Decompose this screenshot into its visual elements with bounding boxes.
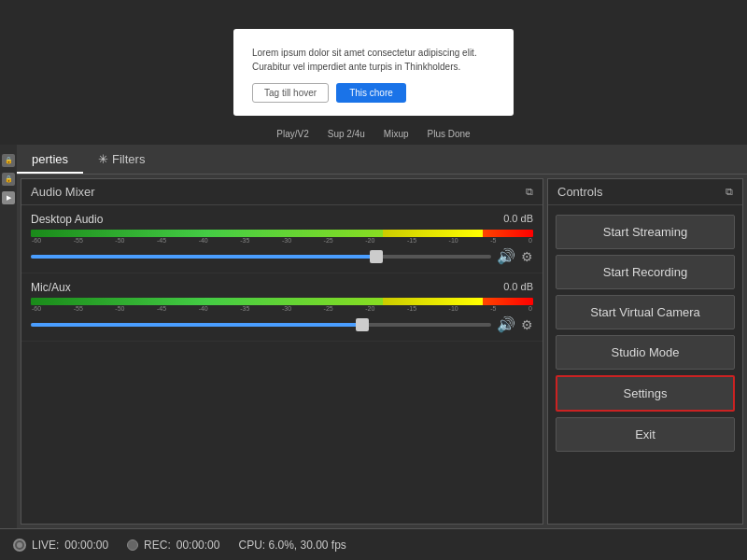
sidebar-icon-3: ▶ [2,191,15,204]
mic-aux-controls: 🔊 ⚙ [31,315,533,337]
filters-icon: ✳ [98,152,108,166]
panels-row: Audio Mixer ⧉ Desktop Audio 0.0 dB [17,175,747,528]
audio-mixer-panel: Audio Mixer ⧉ Desktop Audio 0.0 dB [21,178,543,525]
sidebar: 🔒 🔒 ▶ [0,145,17,528]
desktop-audio-slider[interactable] [31,255,491,259]
desktop-audio-name: Desktop Audio [31,213,103,226]
controls-header: Controls ⧉ [548,179,742,205]
tab-properties[interactable]: perties [17,147,83,174]
controls-collapse-icon[interactable]: ⧉ [726,186,733,198]
controls-panel: Controls ⧉ Start Streaming Start Recordi… [547,178,743,525]
mic-vu-scale: -60-55-50-45-40-35-30-25-20-15-10-50 [31,305,533,312]
audio-mixer-header: Audio Mixer ⧉ [21,179,543,205]
rec-time: 00:00:00 [176,539,220,552]
desktop-audio-vu: -60-55-50-45-40-35-30-25-20-15-10-50 [31,230,533,244]
mic-vu-green [31,298,383,305]
dialog-primary-button[interactable]: This chore [336,83,406,103]
desktop-audio-mute-icon[interactable]: 🔊 [497,247,515,265]
preview-dialog: Lorem ipsum dolor sit amet consectetur a… [233,29,514,116]
rec-status: REC: 00:00:00 [127,539,219,552]
tab-filters[interactable]: ✳Filters [83,147,160,174]
mic-aux-db: 0.0 dB [503,281,533,294]
preview-area: Lorem ipsum dolor sit amet consectetur a… [0,0,747,145]
rec-label: REC: [144,539,171,552]
mic-vu-yellow [383,298,484,305]
vu-red [483,230,533,237]
status-bar: LIVE: 00:00:00 REC: 00:00:00 CPU: 6.0%, … [0,528,747,560]
desktop-audio-controls: 🔊 ⚙ [31,247,533,269]
tabs-bar: perties ✳Filters [17,145,747,175]
desktop-audio-gear-icon[interactable]: ⚙ [521,249,533,264]
footer-item-3[interactable]: Mixup [384,129,409,139]
controls-buttons: Start Streaming Start Recording Start Vi… [548,205,742,524]
vu-green [31,230,383,237]
exit-button[interactable]: Exit [556,417,735,452]
dialog-text: Lorem ipsum dolor sit amet consectetur a… [252,46,495,74]
live-time: 00:00:00 [64,539,108,552]
content-area: perties ✳Filters Audio Mixer ⧉ Desktop A… [17,145,747,528]
cpu-fps-text: CPU: 6.0%, 30.00 fps [238,539,345,552]
mic-aux-mute-icon[interactable]: 🔊 [497,315,515,333]
main-area: 🔒 🔒 ▶ perties ✳Filters Audio Mixer ⧉ [0,145,747,528]
start-recording-button[interactable]: Start Recording [556,255,735,289]
audio-mixer-collapse-icon[interactable]: ⧉ [526,186,533,198]
mic-vu-red [483,298,533,305]
cpu-fps-status: CPU: 6.0%, 30.00 fps [238,539,345,552]
controls-title: Controls [557,185,602,199]
desktop-audio-channel: Desktop Audio 0.0 dB -60-55-50-45-40-35-… [21,205,543,273]
mic-aux-slider[interactable] [31,323,491,327]
desktop-audio-header: Desktop Audio 0.0 dB [31,213,533,226]
settings-button[interactable]: Settings [556,375,735,412]
footer-item-2[interactable]: Sup 2/4u [328,129,365,139]
start-streaming-button[interactable]: Start Streaming [556,215,735,249]
live-status: LIVE: 00:00:00 [13,539,108,552]
vu-scale: -60-55-50-45-40-35-30-25-20-15-10-50 [31,237,533,244]
footer-item-1[interactable]: Play/V2 [276,129,308,139]
mic-aux-vu-bar [31,298,533,305]
sidebar-lock2-icon: 🔒 [2,173,15,186]
live-label: LIVE: [32,539,59,552]
mic-aux-name: Mic/Aux [31,281,71,294]
audio-mixer-title: Audio Mixer [31,185,95,199]
mic-aux-vu: -60-55-50-45-40-35-30-25-20-15-10-50 [31,298,533,312]
vu-yellow [383,230,484,237]
footer-item-4[interactable]: Plus Done [428,129,471,139]
dialog-secondary-button[interactable]: Tag till hover [252,83,329,103]
mic-aux-header: Mic/Aux 0.0 dB [31,281,533,294]
mic-aux-gear-icon[interactable]: ⚙ [521,317,533,332]
preview-footer: Play/V2 Sup 2/4u Mixup Plus Done [276,129,470,139]
desktop-audio-vu-bar [31,230,533,237]
rec-indicator [127,539,138,551]
studio-mode-button[interactable]: Studio Mode [556,335,735,370]
mic-aux-channel: Mic/Aux 0.0 dB -60-55-50-45-40-35-30-25-… [21,273,543,342]
sidebar-lock-icon: 🔒 [2,154,15,167]
dialog-buttons: Tag till hover This chore [252,83,495,103]
live-indicator [13,539,26,552]
desktop-audio-db: 0.0 dB [503,213,533,226]
start-virtual-camera-button[interactable]: Start Virtual Camera [556,295,735,329]
